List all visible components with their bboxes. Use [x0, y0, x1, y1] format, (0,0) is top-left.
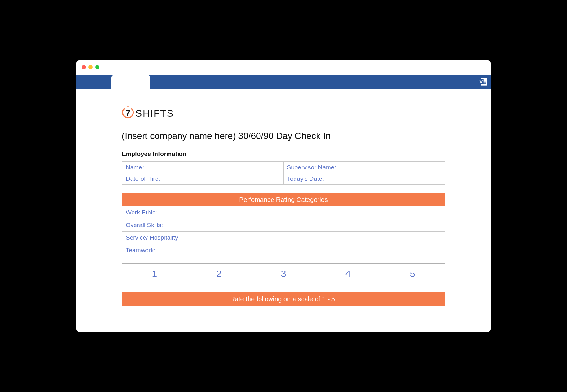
scale-4[interactable]: 4 — [316, 263, 380, 284]
svg-text:7: 7 — [126, 108, 130, 117]
logo-text: SHIFTS — [135, 108, 174, 119]
category-teamwork[interactable]: Teamwork: — [122, 244, 445, 257]
brand-logo: 7 SHIFTS — [122, 105, 445, 122]
word-app-icon: W — [478, 76, 488, 87]
app-window: W 7 SHIFTS (Insert company name here) 30… — [76, 60, 491, 332]
field-today-date[interactable]: Today's Date: — [284, 173, 445, 185]
rating-scale: 1 2 3 4 5 — [122, 263, 445, 284]
scale-1[interactable]: 1 — [122, 263, 187, 284]
table-row: Overall Skills: — [122, 219, 445, 231]
ribbon-active-tab[interactable] — [111, 75, 150, 89]
table-row: Perfomance Rating Categories — [122, 193, 445, 206]
logo-mark-icon: 7 — [122, 105, 134, 122]
employee-info-table: Name: Supervisor Name: Date of Hire: Tod… — [122, 161, 445, 185]
scale-2[interactable]: 2 — [187, 263, 251, 284]
table-row: Name: Supervisor Name: — [122, 162, 445, 173]
performance-table: Perfomance Rating Categories Work Ethic:… — [122, 193, 445, 257]
table-row: 1 2 3 4 5 — [122, 263, 445, 284]
employee-info-heading: Employee Information — [122, 150, 445, 157]
minimize-icon[interactable] — [88, 65, 93, 69]
performance-header: Perfomance Rating Categories — [122, 193, 445, 206]
category-work-ethic[interactable]: Work Ethic: — [122, 206, 445, 219]
field-supervisor[interactable]: Supervisor Name: — [284, 162, 445, 173]
table-row: Teamwork: — [122, 244, 445, 257]
svg-text:W: W — [480, 80, 483, 84]
window-titlebar — [76, 60, 491, 75]
rate-instruction-banner: Rate the following on a scale of 1 - 5: — [122, 292, 445, 306]
close-icon[interactable] — [82, 65, 86, 69]
document-title: (Insert company name here) 30/60/90 Day … — [122, 131, 445, 141]
table-row: Date of Hire: Today's Date: — [122, 173, 445, 185]
field-name[interactable]: Name: — [122, 162, 284, 173]
table-row: Work Ethic: — [122, 206, 445, 219]
maximize-icon[interactable] — [95, 65, 99, 69]
scale-3[interactable]: 3 — [251, 263, 316, 284]
document-body: 7 SHIFTS (Insert company name here) 30/6… — [76, 89, 491, 332]
category-service-hospitality[interactable]: Service/ Hospitality: — [122, 231, 445, 244]
table-row: Service/ Hospitality: — [122, 231, 445, 244]
app-ribbon: W — [76, 75, 491, 89]
category-overall-skills[interactable]: Overall Skills: — [122, 219, 445, 231]
scale-5[interactable]: 5 — [380, 263, 445, 284]
field-hire-date[interactable]: Date of Hire: — [122, 173, 284, 185]
